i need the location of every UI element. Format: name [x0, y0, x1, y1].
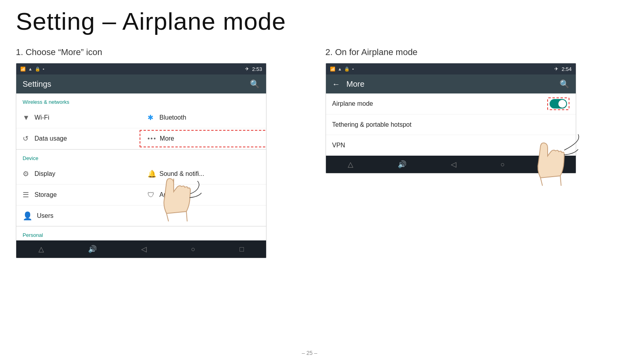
- s2-nav-circle-icon: ○: [500, 160, 505, 169]
- bluetooth-label: Bluetooth: [159, 114, 186, 121]
- signal-icon: 📶: [20, 67, 26, 72]
- screen2-phone: 📶 ▲ 🔒 ▪ ✈ 2:54 ← More: [326, 63, 576, 173]
- toggle-highlight: [547, 97, 569, 110]
- storage-label: Storage: [34, 191, 57, 198]
- nav-square-icon: □: [240, 245, 244, 253]
- storage-apps-row: ☰ Storage 🛡 Apps: [16, 185, 266, 206]
- screen1-search-icon: 🔍: [250, 79, 260, 89]
- page-number: – 25 –: [0, 350, 619, 356]
- nav-circle-icon: ○: [191, 245, 195, 253]
- screen2-title-bar: ← More 🔍: [326, 74, 576, 93]
- s2-nav-home-icon: △: [348, 160, 353, 169]
- screen2-back-icon: ←: [332, 80, 340, 89]
- battery-icon: ▪: [43, 67, 44, 71]
- screen2-status-bar: 📶 ▲ 🔒 ▪ ✈ 2:54: [326, 63, 576, 74]
- display-sound-row: ⚙ Display 🔔 Sound & notifi...: [16, 164, 266, 185]
- screen1-status-bar: 📶 ▲ 🔒 ▪ ✈ 2:53: [16, 63, 266, 74]
- more-label: More: [160, 135, 174, 142]
- users-label: Users: [37, 212, 260, 219]
- personal-section-header: Personal: [16, 227, 266, 240]
- airplane-mode-row: Airplane mode: [326, 93, 576, 114]
- display-icon: ⚙: [23, 170, 34, 178]
- apps-icon: 🛡: [148, 191, 159, 199]
- display-label: Display: [34, 170, 55, 177]
- tethering-label: Tethering & portable hotspot: [332, 121, 569, 128]
- wifi-icon: ▲: [28, 67, 33, 71]
- airplane-toggle[interactable]: [550, 99, 567, 109]
- storage-icon: ☰: [23, 191, 34, 199]
- wireless-section-header: Wireless & networks: [16, 93, 266, 107]
- users-icon: 👤: [23, 211, 37, 221]
- lock-icon: 🔒: [35, 67, 40, 72]
- users-row: 👤 Users: [16, 206, 266, 226]
- more-highlight-box: [140, 130, 266, 147]
- section1-label: 1. Choose “More” icon: [16, 47, 294, 57]
- s2-wifi-icon: ▲: [338, 67, 342, 71]
- section2-label: 2. On for Airplane mode: [326, 47, 604, 57]
- screen1-title-bar: Settings 🔍: [16, 74, 266, 93]
- tethering-row: Tethering & portable hotspot: [326, 114, 576, 135]
- data-label: Data usage: [34, 135, 67, 142]
- more-dots-icon: •••: [148, 135, 157, 142]
- screen2-search-icon: 🔍: [560, 79, 569, 89]
- page-title: Setting – Airplane mode: [0, 0, 619, 47]
- airplane-status-icon: ✈: [245, 66, 249, 72]
- s2-airplane-icon: ✈: [554, 66, 558, 72]
- apps-label: Apps: [159, 191, 174, 198]
- bluetooth-row-icon: ✱: [148, 113, 159, 122]
- sound-label: Sound & notifi...: [159, 170, 204, 177]
- wifi-label: Wi-Fi: [34, 114, 49, 121]
- s2-battery-icon: ▪: [352, 67, 354, 71]
- s2-signal-icon: 📶: [330, 67, 335, 72]
- nav-back-icon: ◁: [141, 245, 147, 253]
- s2-nav-square-icon: □: [549, 160, 554, 169]
- wifi-bluetooth-row: ▼ Wi-Fi ✱ Bluetooth: [16, 107, 266, 128]
- s2-lock-icon: 🔒: [344, 67, 350, 72]
- screen2-settings-body: Airplane mode Tethering & portable hotsp…: [326, 93, 576, 156]
- nav-home-icon: △: [38, 245, 44, 253]
- screen2-nav-bar: △ 🔊 ◁ ○ □: [326, 156, 576, 173]
- screen1-time: 2:53: [252, 66, 262, 72]
- data-more-row: ↺ Data usage ••• More: [16, 128, 266, 149]
- screen2-time: 2:54: [562, 66, 571, 72]
- vpn-label: VPN: [332, 142, 345, 149]
- airplane-mode-label: Airplane mode: [332, 100, 373, 107]
- vpn-row: VPN: [326, 135, 576, 156]
- screen1-phone: 📶 ▲ 🔒 ▪ ✈ 2:53 Settings 🔍: [16, 63, 266, 258]
- data-row-icon: ↺: [23, 134, 34, 143]
- screen1-title: Settings: [23, 80, 51, 89]
- nav-vol-icon: 🔊: [88, 245, 97, 253]
- device-section-header: Device: [16, 150, 266, 164]
- screen1-settings-body: Wireless & networks ▼ Wi-Fi ✱ Bluetooth: [16, 93, 266, 240]
- screen1-nav-bar: △ 🔊 ◁ ○ □: [16, 240, 266, 258]
- wifi-row-icon: ▼: [23, 114, 34, 122]
- sound-icon: 🔔: [148, 170, 159, 178]
- s2-nav-back-icon: ◁: [451, 160, 456, 169]
- screen2-title: More: [347, 80, 365, 89]
- s2-nav-vol-icon: 🔊: [398, 160, 406, 169]
